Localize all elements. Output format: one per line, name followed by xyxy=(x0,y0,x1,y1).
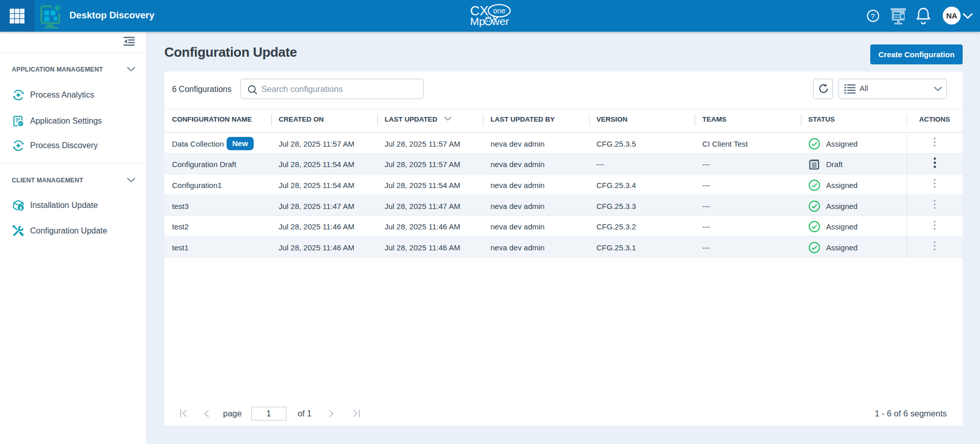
svg-text:?: ? xyxy=(871,12,875,20)
svg-text:Mp: Mp xyxy=(470,15,485,27)
svg-text:wer: wer xyxy=(492,15,509,27)
svg-text:one: one xyxy=(493,7,505,15)
